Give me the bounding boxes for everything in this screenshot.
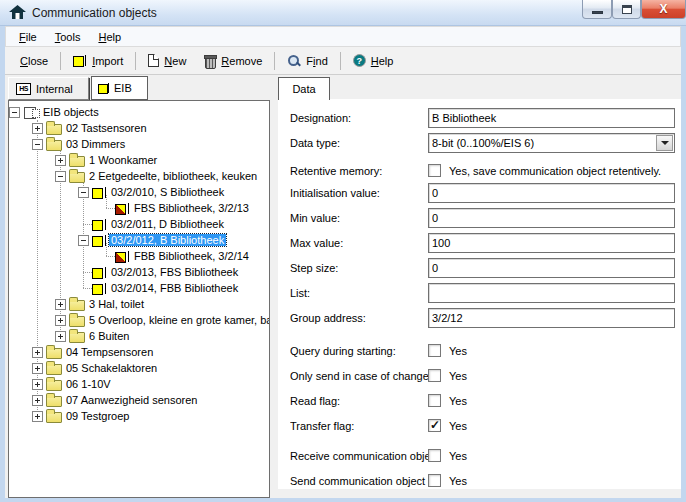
tree-item[interactable]: 3 Hal, toilet — [9, 296, 269, 312]
sub-object-icon — [115, 202, 130, 215]
read-flag-yes-label: Yes — [449, 395, 467, 407]
tree-panel: EIB objects 02 Tastsensoren 03 Dimmers 1… — [8, 100, 270, 498]
initialisation-value-input[interactable] — [428, 183, 675, 203]
tree-item-label: 3 Hal, toilet — [89, 298, 144, 310]
comm-object-icon — [92, 186, 107, 199]
list-input[interactable] — [428, 283, 675, 303]
collapse-expander-icon[interactable] — [32, 139, 43, 150]
tree-item[interactable]: 04 Tempsensoren — [9, 344, 269, 360]
group-address-input[interactable] — [428, 308, 675, 328]
read-flag-checkbox[interactable] — [428, 394, 441, 407]
tree-connector-line — [83, 272, 92, 273]
send-comm-object-checkbox[interactable] — [428, 474, 441, 487]
expand-expander-icon[interactable] — [32, 411, 43, 422]
transfer-flag-label: Transfer flag: — [290, 420, 428, 432]
tree-item[interactable]: 03/2/013, FBS Bibliotheek — [9, 264, 269, 280]
form-row: Only send in case of change: Yes — [290, 365, 675, 386]
tree-item-label: FBS Bibliotheek, 3/2/13 — [134, 202, 249, 214]
folder-icon — [46, 124, 62, 135]
expand-expander-icon[interactable] — [55, 331, 66, 342]
data-type-dropdown[interactable]: 8-bit (0..100%/EIS 6) — [428, 133, 675, 153]
query-during-starting-checkbox[interactable] — [428, 344, 441, 357]
tree-item[interactable]: 2 Eetgedeelte, bibliotheek, keuken — [9, 168, 269, 184]
dropdown-button[interactable] — [656, 135, 673, 151]
titlebar[interactable]: Communication objects X — [0, 0, 686, 26]
tree-item[interactable]: 02 Tastsensoren — [9, 120, 269, 136]
toolbar-find-button[interactable]: Find — [278, 51, 336, 71]
retentive-memory-yes-label: Yes, save communication object retentive… — [449, 165, 661, 177]
tree-item[interactable]: EIB objects — [9, 104, 269, 120]
tree-item[interactable]: 03/2/014, FBB Bibliotheek — [9, 280, 269, 296]
house-icon — [9, 5, 26, 20]
menu-tools[interactable]: Tools — [46, 29, 90, 45]
collapse-expander-icon[interactable] — [55, 171, 66, 182]
only-send-on-change-checkbox[interactable] — [428, 369, 441, 382]
tree-item[interactable]: 5 Overloop, kleine en grote kamer, bad — [9, 312, 269, 328]
minimize-button[interactable] — [582, 0, 612, 19]
tree-item[interactable]: 07 Aanwezigheid sensoren — [9, 392, 269, 408]
collapse-expander-icon[interactable] — [78, 187, 89, 198]
tree-item[interactable]: 1 Woonkamer — [9, 152, 269, 168]
folder-icon — [69, 300, 85, 311]
tab-eib[interactable]: EIB — [91, 76, 148, 100]
transfer-flag-checkbox[interactable] — [428, 419, 441, 432]
receive-comm-object-checkbox[interactable] — [428, 449, 441, 462]
form-row: Send communication object Yes — [290, 470, 675, 491]
close-button[interactable]: X — [641, 0, 686, 19]
tree-item[interactable]: 03 Dimmers — [9, 136, 269, 152]
tree-item[interactable]: 03/2/011, D Bibliotheek — [9, 216, 269, 232]
menu-file[interactable]: File — [10, 29, 46, 45]
tree-item[interactable]: 06 1-10V — [9, 376, 269, 392]
tree-item[interactable]: 6 Buiten — [9, 328, 269, 344]
tree-item-label: 5 Overloop, kleine en grote kamer, bad — [89, 314, 269, 326]
tree-item[interactable]: 05 Schakelaktoren — [9, 360, 269, 376]
step-size-input[interactable] — [428, 258, 675, 278]
expand-expander-icon[interactable] — [32, 379, 43, 390]
toolbar-help-button[interactable]: ?Help — [344, 51, 403, 70]
toolbar-close-label: Close — [20, 55, 48, 67]
list-label: List: — [290, 287, 428, 299]
tree-item[interactable]: FBB Bibliotheek, 3/2/14 — [9, 248, 269, 264]
form-row: Retentive memory: Yes, save communicatio… — [290, 160, 675, 181]
tree-item-label: 2 Eetgedeelte, bibliotheek, keuken — [89, 170, 257, 182]
form-row: Designation: — [290, 107, 675, 128]
collapse-expander-icon[interactable] — [9, 107, 20, 118]
new-page-icon — [148, 54, 159, 67]
expand-expander-icon[interactable] — [55, 299, 66, 310]
toolbar-new-button[interactable]: New — [139, 51, 195, 70]
maximize-button[interactable] — [612, 0, 641, 19]
expand-expander-icon[interactable] — [55, 155, 66, 166]
expand-expander-icon[interactable] — [32, 363, 43, 374]
tab-data[interactable]: Data — [278, 77, 330, 100]
form-row: Step size: — [290, 257, 675, 278]
menu-help[interactable]: Help — [89, 29, 130, 45]
max-value-input[interactable] — [428, 233, 675, 253]
expand-expander-icon[interactable] — [32, 347, 43, 358]
tree-item-label: 03/2/011, D Bibliotheek — [111, 218, 224, 230]
comm-object-icon — [92, 282, 107, 295]
tab-data-label: Data — [292, 83, 315, 95]
form-row: Max value: — [290, 232, 675, 253]
expand-expander-icon[interactable] — [55, 315, 66, 326]
comm-object-icon — [73, 54, 87, 67]
transfer-flag-yes-label: Yes — [449, 420, 467, 432]
toolbar-close-button[interactable]: Close — [11, 52, 57, 70]
hs-icon: HS — [16, 83, 31, 95]
maximize-icon — [622, 5, 632, 14]
toolbar-remove-button[interactable]: Remove — [195, 51, 271, 70]
form-row: Min value: — [290, 207, 675, 228]
min-value-input[interactable] — [428, 208, 675, 228]
toolbar-import-button[interactable]: Import — [64, 51, 132, 70]
tree-item[interactable]: 03/2/010, S Bibliotheek — [9, 184, 269, 200]
window-title: Communication objects — [32, 6, 157, 20]
tree-item[interactable]: FBS Bibliotheek, 3/2/13 — [9, 200, 269, 216]
folder-icon — [46, 140, 62, 151]
retentive-memory-checkbox[interactable] — [428, 164, 441, 177]
tree-item-selected[interactable]: 03/2/012, B Bibliotheek — [9, 232, 269, 248]
expand-expander-icon[interactable] — [32, 123, 43, 134]
designation-input[interactable] — [428, 108, 675, 128]
expand-expander-icon[interactable] — [32, 395, 43, 406]
tree-item[interactable]: 09 Testgroep — [9, 408, 269, 424]
collapse-expander-icon[interactable] — [78, 235, 89, 246]
tab-internal[interactable]: HS Internal — [8, 77, 89, 100]
